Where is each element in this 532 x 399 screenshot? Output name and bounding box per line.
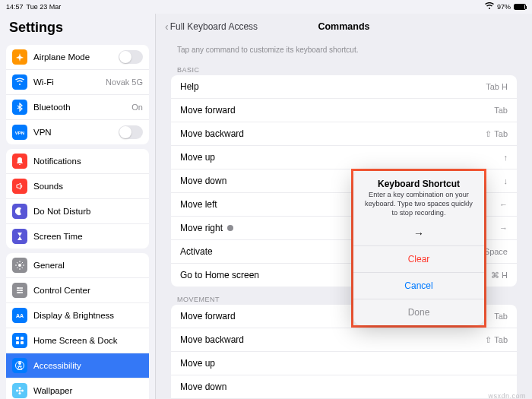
keyboard-shortcut-popover: Keyboard Shortcut Enter a key combinatio…	[353, 171, 484, 325]
svg-point-10	[18, 362, 21, 365]
command-row[interactable]: Move backward⇧ Tab	[171, 328, 517, 352]
command-shortcut: ↑	[504, 153, 508, 162]
command-label: Move forward	[180, 311, 236, 321]
sidebar-item-notifications[interactable]: Notifications	[6, 149, 149, 174]
command-row[interactable]: Move down	[171, 375, 517, 399]
grid-icon	[12, 333, 27, 348]
clear-button[interactable]: Clear	[353, 245, 484, 272]
svg-point-3	[21, 290, 22, 291]
popover-title: Keyboard Shortcut	[363, 179, 475, 189]
flower-icon	[12, 383, 27, 398]
airplane-icon	[12, 49, 27, 65]
section-basic: BASIC	[156, 57, 532, 75]
svg-point-4	[18, 292, 20, 293]
bell-icon	[12, 154, 27, 169]
command-label: Move up	[180, 152, 215, 163]
sidebar-item-sounds[interactable]: Sounds	[6, 174, 149, 199]
sidebar-item-screen-time[interactable]: Screen Time	[6, 224, 149, 249]
sidebar-item-label: Display & Brightness	[33, 311, 143, 320]
sidebar-title: Settings	[0, 14, 155, 40]
command-shortcut: Tab H	[486, 82, 508, 91]
command-row[interactable]: Move forwardTab	[171, 99, 517, 122]
svg-rect-9	[21, 341, 24, 344]
svg-point-13	[19, 387, 21, 389]
sidebar-item-accessibility[interactable]: Accessibility	[6, 353, 149, 378]
command-label: Move down	[180, 176, 226, 186]
wifi-icon	[12, 74, 27, 90]
command-label: Move right	[180, 223, 223, 233]
sidebar-item-airplane-mode[interactable]: Airplane Mode	[6, 45, 149, 70]
command-label: Move up	[180, 358, 215, 369]
command-label: Move down	[180, 382, 226, 392]
back-button[interactable]: ‹ Full Keyboard Access	[165, 21, 258, 32]
command-label: Help	[180, 81, 199, 92]
svg-text:VPN: VPN	[15, 131, 24, 135]
svg-point-15	[16, 390, 18, 392]
status-time: 14:57	[6, 3, 24, 11]
battery-percent: 97%	[497, 3, 511, 11]
sidebar-item-display-brightness[interactable]: AADisplay & Brightness	[6, 303, 149, 328]
commands-pane: ‹ Full Keyboard Access Commands Tap any …	[156, 14, 532, 399]
bluetooth-icon	[12, 100, 27, 115]
command-shortcut: Tab	[494, 106, 508, 115]
sidebar-item-label: Home Screen & Dock	[33, 336, 143, 345]
cancel-button[interactable]: Cancel	[353, 272, 484, 299]
status-date: Tue 23 Mar	[27, 3, 62, 11]
hourglass-icon	[12, 229, 27, 244]
hint-text: Tap any command to customize its keyboar…	[156, 40, 532, 57]
sidebar-item-label: Wallpaper	[33, 386, 143, 395]
sidebar-item-label: Bluetooth	[33, 103, 125, 112]
sidebar-item-wallpaper[interactable]: Wallpaper	[6, 378, 149, 399]
nav-bar: ‹ Full Keyboard Access Commands	[156, 14, 532, 40]
sidebar-item-do-not-disturb[interactable]: Do Not Disturb	[6, 199, 149, 224]
highlight-box: Keyboard Shortcut Enter a key combinatio…	[351, 169, 486, 328]
sidebar-item-value: On	[131, 103, 143, 112]
command-label: Move backward	[180, 128, 244, 139]
settings-sidebar: Settings Airplane ModeWi-FiNovak 5GBluet…	[0, 14, 156, 399]
watermark: wsxdn.com	[488, 392, 526, 399]
wifi-icon	[485, 2, 494, 11]
svg-rect-8	[16, 341, 19, 344]
moon-icon	[12, 204, 27, 219]
sidebar-item-vpn[interactable]: VPNVPN	[6, 120, 149, 144]
sidebar-item-general[interactable]: General	[6, 253, 149, 278]
sidebar-item-label: Airplane Mode	[33, 52, 112, 62]
sidebar-item-home-screen-dock[interactable]: Home Screen & Dock	[6, 328, 149, 353]
command-label: Activate	[180, 246, 213, 257]
command-shortcut: ↓	[504, 176, 508, 185]
sliders-icon	[12, 283, 27, 298]
command-label: Go to Home screen	[180, 270, 259, 280]
sidebar-item-wi-fi[interactable]: Wi-FiNovak 5G	[6, 70, 149, 95]
svg-rect-7	[21, 337, 24, 340]
sidebar-item-value: Novak 5G	[106, 78, 143, 87]
command-shortcut: ⌘ H	[491, 271, 508, 280]
svg-text:AA: AA	[16, 313, 24, 318]
command-row[interactable]: Move up	[171, 352, 517, 375]
status-bar: 14:57 Tue 23 Mar 97%	[0, 0, 532, 14]
sidebar-item-label: VPN	[33, 128, 112, 137]
sidebar-item-bluetooth[interactable]: BluetoothOn	[6, 95, 149, 120]
sidebar-item-label: General	[33, 261, 143, 270]
command-shortcut: Tab	[494, 312, 508, 321]
toggle-switch[interactable]	[119, 50, 143, 64]
page-title: Commands	[318, 21, 369, 32]
chevron-left-icon: ‹	[165, 21, 169, 32]
done-button[interactable]: Done	[353, 299, 484, 325]
svg-point-12	[19, 390, 21, 392]
popover-subtitle: Enter a key combination on your keyboard…	[363, 191, 475, 218]
sidebar-item-label: Accessibility	[33, 361, 143, 370]
command-shortcut: ⇧ Tab	[485, 129, 508, 139]
command-row[interactable]: Move up↑	[171, 146, 517, 169]
sidebar-item-label: Do Not Disturb	[33, 207, 143, 216]
svg-point-14	[19, 392, 21, 394]
sidebar-item-label: Notifications	[33, 157, 143, 166]
person-icon	[12, 358, 27, 373]
command-row[interactable]: Move backward⇧ Tab	[171, 122, 517, 146]
command-shortcut: →	[499, 223, 508, 233]
toggle-switch[interactable]	[119, 125, 143, 139]
command-row[interactable]: HelpTab H	[171, 75, 517, 99]
command-shortcut: ⇧ Tab	[485, 335, 508, 345]
sidebar-item-label: Sounds	[33, 182, 143, 191]
sidebar-item-label: Screen Time	[33, 232, 143, 241]
sidebar-item-control-center[interactable]: Control Center	[6, 278, 149, 303]
